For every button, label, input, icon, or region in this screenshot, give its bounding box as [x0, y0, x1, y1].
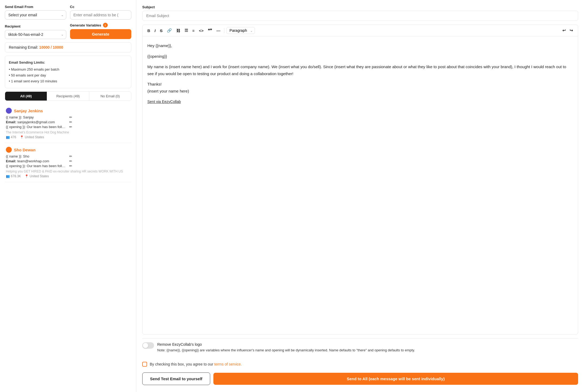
limit-item-3: • 1 email sent every 10 minutes	[9, 78, 127, 84]
tab-all[interactable]: All (49)	[5, 92, 47, 101]
email-editor: B I S 🔗 ⛓ ☰ ≡ <> ❝❞ — Paragraph Heading …	[142, 25, 578, 335]
left-panel: Send Email From Select your email ⌄ Cc R…	[0, 0, 136, 392]
edit-sho-email-icon[interactable]: ✏	[69, 159, 130, 163]
recipient-select-wrapper: tiktok-50-has-email-2 ⌄	[5, 30, 66, 39]
right-panel: Subject B I S 🔗 ⛓ ☰ ≡ <> ❝❞ — Paragraph	[136, 0, 584, 392]
tos-link[interactable]: terms of service.	[214, 362, 242, 366]
avatar	[6, 108, 12, 114]
paragraph-select[interactable]: Paragraph Heading 1 Heading 2 Heading 3	[226, 27, 255, 34]
sho-meta: 👥 678.3K 📍 United States	[6, 174, 130, 178]
sho-email: Email: team@workhap.com	[6, 159, 67, 163]
undo-redo-group: ↩ ↪	[561, 27, 575, 34]
sho-name-text: Sho Dewan	[14, 148, 36, 152]
redo-button[interactable]: ↪	[568, 27, 575, 34]
bullet-list-button[interactable]: ☰	[183, 27, 190, 34]
recipient-name-sho: Sho Dewan	[6, 147, 130, 153]
blockquote-button[interactable]: ❝❞	[206, 27, 214, 34]
email-line-thanks: Thanks!(insert your name here)	[147, 81, 573, 94]
logo-toggle-section: Remove EezyCollab's logo Note: {{name}},…	[142, 338, 578, 356]
sho-followers: 👥 678.3K	[6, 174, 21, 178]
email-line-opening: {{opening}}	[147, 53, 573, 60]
email-body[interactable]: Hey {{name}}, {{opening}} My name is (in…	[143, 36, 578, 334]
sho-email-row: Email: team@workhap.com ✏	[6, 159, 130, 163]
bold-button[interactable]: B	[146, 27, 152, 34]
recipient-generate-row: Recipient tiktok-50-has-email-2 ⌄ Genera…	[5, 23, 131, 39]
hr-button[interactable]: —	[215, 27, 222, 34]
send-from-group: Send Email From Select your email ⌄	[5, 5, 66, 20]
tab-recipients[interactable]: Recipients (49)	[47, 92, 89, 101]
limits-box: Email Sending Limits: • Maximum 250 emai…	[5, 56, 131, 88]
sanjay-followers: 👥 476	[6, 135, 16, 139]
sho-name-var: {{ name }}: Sho	[6, 154, 67, 158]
edit-sho-opening-icon[interactable]: ✏	[69, 164, 130, 168]
remaining-count: 10000 / 10000	[39, 45, 63, 49]
cc-group: Cc	[70, 5, 132, 20]
sho-name-var-row: {{ name }}: Sho ✏	[6, 154, 130, 158]
list-item: Sanjay Jenkins {{ name }}: Sanjay ✏ Emai…	[5, 104, 131, 143]
test-email-button[interactable]: Send Test Email to yourself	[142, 372, 210, 385]
sanjay-opening-var: {{ opening }}: Our team has been followi…	[6, 125, 67, 129]
action-buttons: Send Test Email to yourself Send to All …	[142, 372, 578, 387]
sanjay-bio: The Internet's Ecommerce Hot Dog Machine	[6, 130, 130, 134]
recipient-tabs: All (49) Recipients (49) No Email (0)	[5, 91, 131, 101]
recipient-name-sanjay: Sanjay Jenkins	[6, 108, 130, 114]
italic-button[interactable]: I	[153, 27, 157, 34]
tab-no-email[interactable]: No Email (0)	[89, 92, 131, 101]
edit-sho-name-icon[interactable]: ✏	[69, 154, 130, 158]
sanjay-email-row: Email: sanjayjenks@gmail.com ✏	[6, 120, 130, 124]
sho-bio: Helping you GET HIRED & PAID ex-recruite…	[6, 170, 130, 173]
edit-name-icon[interactable]: ✏	[69, 115, 130, 119]
remaining-email-box: Remaining Email: 10000 / 10000	[5, 42, 131, 52]
strikethrough-button[interactable]: S	[158, 27, 164, 34]
list-item: Sho Dewan {{ name }}: Sho ✏ Email: team@…	[5, 143, 131, 182]
link-button[interactable]: 🔗	[165, 27, 174, 34]
limit-item-1: • Maximum 250 emails per batch	[9, 67, 127, 72]
undo-button[interactable]: ↩	[561, 27, 567, 34]
edit-email-icon[interactable]: ✏	[69, 120, 130, 124]
recipient-label: Recipient	[5, 24, 66, 28]
logo-toggle[interactable]	[142, 342, 154, 349]
tos-text: By checking this box, you agree to our t…	[150, 362, 242, 366]
ordered-list-button[interactable]: ≡	[191, 27, 196, 34]
unlink-button[interactable]: ⛓	[175, 27, 182, 34]
sanjay-email: Email: sanjayjenks@gmail.com	[6, 120, 67, 124]
remaining-label: Remaining Email:	[9, 45, 38, 49]
subject-group: Subject	[142, 5, 578, 21]
sho-opening-var: {{ opening }}: Our team has been followi…	[6, 164, 67, 168]
sanjay-name-text: Sanjay Jenkins	[14, 109, 43, 113]
edit-opening-icon[interactable]: ✏	[69, 125, 130, 129]
sanjay-location: 📍 United States	[20, 135, 44, 139]
logo-toggle-label: Remove EezyCollab's logo	[157, 342, 415, 347]
send-from-cc-row: Send Email From Select your email ⌄ Cc	[5, 5, 131, 20]
recipient-select[interactable]: tiktok-50-has-email-2	[5, 30, 66, 39]
sanjay-opening-row: {{ opening }}: Our team has been followi…	[6, 125, 130, 129]
sanjay-name-var: {{ name }}: Sanjay	[6, 115, 67, 119]
limit-item-2: • 50 emails sent per day	[9, 72, 127, 78]
toolbar-divider	[224, 28, 224, 33]
sho-location: 📍 United States	[25, 174, 49, 178]
send-from-label: Send Email From	[5, 5, 66, 9]
generate-label-row: Generate Variables i	[70, 23, 132, 28]
tos-row: By checking this box, you agree to our t…	[142, 360, 578, 369]
generate-variables-label: Generate Variables	[70, 23, 101, 27]
note-text: Note: {{name}}, {{opening}} are variable…	[157, 348, 415, 353]
tos-checkbox[interactable]	[142, 362, 147, 367]
generate-button[interactable]: Generate	[70, 29, 132, 39]
send-from-select[interactable]: Select your email	[5, 10, 66, 20]
recipient-list: Sanjay Jenkins {{ name }}: Sanjay ✏ Emai…	[5, 104, 131, 392]
subject-input[interactable]	[142, 11, 578, 21]
send-all-button[interactable]: Send to All (each message will be sent i…	[213, 373, 578, 385]
cc-input[interactable]	[70, 10, 132, 20]
paragraph-select-wrapper: Paragraph Heading 1 Heading 2 Heading 3	[226, 27, 255, 34]
subject-label: Subject	[142, 5, 155, 9]
sho-opening-row: {{ opening }}: Our team has been followi…	[6, 164, 130, 168]
recipient-group: Recipient tiktok-50-has-email-2 ⌄	[5, 24, 66, 39]
editor-toolbar: B I S 🔗 ⛓ ☰ ≡ <> ❝❞ — Paragraph Heading …	[143, 25, 578, 36]
email-line-greeting: Hey {{name}},	[147, 42, 573, 49]
sanjay-meta: 👥 476 📍 United States	[6, 135, 130, 139]
send-from-select-wrapper: Select your email ⌄	[5, 10, 66, 20]
code-button[interactable]: <>	[197, 27, 205, 34]
cc-label: Cc	[70, 5, 132, 9]
sent-via-link[interactable]: Sent via EezyCollab	[147, 98, 573, 105]
avatar	[6, 147, 12, 153]
